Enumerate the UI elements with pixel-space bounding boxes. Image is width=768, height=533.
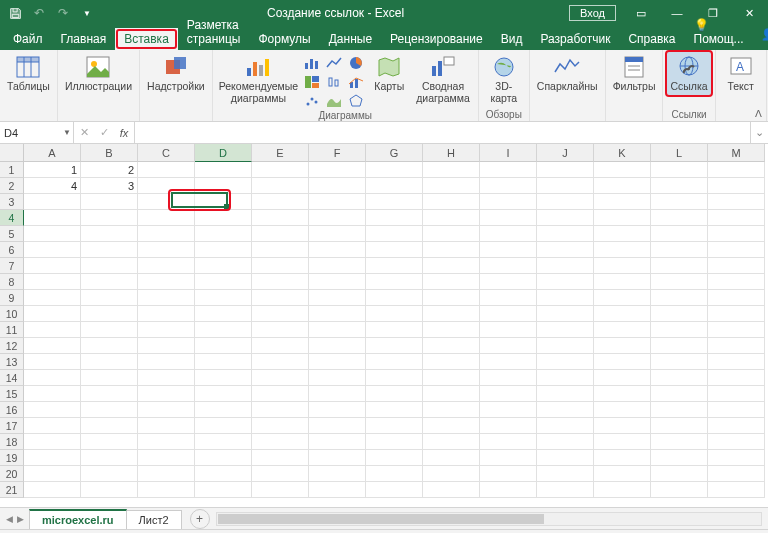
textbox-icon: A bbox=[727, 54, 755, 80]
row-header-20[interactable]: 20 bbox=[0, 466, 24, 482]
tab-view[interactable]: Вид bbox=[492, 28, 532, 50]
col-header-G[interactable]: G bbox=[366, 144, 423, 162]
tab-help[interactable]: Справка bbox=[619, 28, 684, 50]
share-button[interactable]: 👤 Общий доступ bbox=[753, 18, 768, 50]
pivot-chart-label: Сводная диаграмма bbox=[415, 81, 471, 104]
col-header-L[interactable]: L bbox=[651, 144, 708, 162]
pivot-chart-button[interactable]: Сводная диаграмма bbox=[412, 52, 474, 106]
surface-chart-icon[interactable] bbox=[324, 92, 344, 110]
pie-chart-icon[interactable] bbox=[346, 54, 366, 72]
worksheet-grid[interactable]: ABCDEFGHIJKLM 12345678910111213141516171… bbox=[0, 144, 768, 507]
save-icon[interactable] bbox=[4, 2, 26, 24]
col-header-D[interactable]: D bbox=[195, 144, 252, 162]
col-header-E[interactable]: E bbox=[252, 144, 309, 162]
illustrations-button[interactable]: Иллюстрации bbox=[62, 52, 135, 95]
collapse-ribbon-icon[interactable]: ᐱ bbox=[755, 108, 762, 119]
row-header-13[interactable]: 13 bbox=[0, 354, 24, 370]
horizontal-scrollbar[interactable] bbox=[216, 512, 762, 526]
redo-icon[interactable]: ↷ bbox=[52, 2, 74, 24]
undo-icon[interactable]: ↶ bbox=[28, 2, 50, 24]
radar-chart-icon[interactable] bbox=[346, 92, 366, 110]
share-icon: 👤 bbox=[761, 28, 768, 41]
text-button[interactable]: A Текст bbox=[720, 52, 762, 95]
line-chart-icon[interactable] bbox=[324, 54, 344, 72]
cancel-formula-icon[interactable]: ✕ bbox=[74, 126, 94, 139]
tab-data[interactable]: Данные bbox=[320, 28, 381, 50]
sheet-nav[interactable]: ◀▶ bbox=[0, 514, 30, 524]
formula-input[interactable] bbox=[135, 122, 750, 143]
col-header-K[interactable]: K bbox=[594, 144, 651, 162]
row-header-17[interactable]: 17 bbox=[0, 418, 24, 434]
filters-label: Фильтры bbox=[613, 81, 656, 93]
col-header-A[interactable]: A bbox=[24, 144, 81, 162]
col-header-H[interactable]: H bbox=[423, 144, 480, 162]
row-header-15[interactable]: 15 bbox=[0, 386, 24, 402]
recommended-charts-button[interactable]: Рекомендуемые диаграммы bbox=[217, 52, 301, 106]
row-header-10[interactable]: 10 bbox=[0, 306, 24, 322]
tab-file[interactable]: Файл bbox=[4, 28, 52, 50]
cells-area[interactable]: 1243 bbox=[24, 162, 768, 507]
col-header-M[interactable]: M bbox=[708, 144, 765, 162]
login-button[interactable]: Вход bbox=[569, 5, 616, 21]
ribbon-options-icon[interactable]: ▭ bbox=[624, 0, 658, 26]
cell-A2[interactable]: 4 bbox=[24, 178, 81, 194]
sheet-tab-2[interactable]: Лист2 bbox=[126, 510, 182, 529]
row-header-7[interactable]: 7 bbox=[0, 258, 24, 274]
row-header-6[interactable]: 6 bbox=[0, 242, 24, 258]
add-sheet-button[interactable]: + bbox=[190, 509, 210, 529]
row-header-16[interactable]: 16 bbox=[0, 402, 24, 418]
tab-layout[interactable]: Разметка страницы bbox=[178, 14, 250, 50]
row-header-12[interactable]: 12 bbox=[0, 338, 24, 354]
row-header-3[interactable]: 3 bbox=[0, 194, 24, 210]
tab-formulas[interactable]: Формулы bbox=[249, 28, 319, 50]
cell-A1[interactable]: 1 bbox=[24, 162, 81, 178]
tab-tellme[interactable]: 💡 Помощ... bbox=[685, 14, 753, 50]
scatter-chart-icon[interactable] bbox=[302, 92, 322, 110]
sheet-tab-1[interactable]: microexcel.ru bbox=[29, 509, 127, 529]
row-header-1[interactable]: 1 bbox=[0, 162, 24, 178]
row-header-19[interactable]: 19 bbox=[0, 450, 24, 466]
hierarchy-chart-icon[interactable] bbox=[302, 73, 322, 91]
cell-B1[interactable]: 2 bbox=[81, 162, 138, 178]
row-header-9[interactable]: 9 bbox=[0, 290, 24, 306]
tables-button[interactable]: Таблицы bbox=[4, 52, 53, 95]
col-header-C[interactable]: C bbox=[138, 144, 195, 162]
row-header-21[interactable]: 21 bbox=[0, 482, 24, 498]
col-header-B[interactable]: B bbox=[81, 144, 138, 162]
group-tours-label: Обзоры bbox=[483, 109, 525, 121]
combo-chart-icon[interactable] bbox=[346, 73, 366, 91]
stat-chart-icon[interactable] bbox=[324, 73, 344, 91]
row-header-18[interactable]: 18 bbox=[0, 434, 24, 450]
tab-review[interactable]: Рецензирование bbox=[381, 28, 492, 50]
select-all-corner[interactable] bbox=[0, 144, 24, 162]
fx-icon[interactable]: fx bbox=[114, 127, 134, 139]
enter-formula-icon[interactable]: ✓ bbox=[94, 126, 114, 139]
namebox-dropdown-icon[interactable]: ▼ bbox=[63, 128, 71, 137]
row-header-5[interactable]: 5 bbox=[0, 226, 24, 242]
col-header-F[interactable]: F bbox=[309, 144, 366, 162]
link-button[interactable]: Ссылка bbox=[667, 52, 710, 95]
cell-B2[interactable]: 3 bbox=[81, 178, 138, 194]
tab-home[interactable]: Главная bbox=[52, 28, 116, 50]
column-chart-icon[interactable] bbox=[302, 54, 322, 72]
expand-formula-bar-icon[interactable]: ⌄ bbox=[750, 122, 768, 143]
row-header-14[interactable]: 14 bbox=[0, 370, 24, 386]
row-header-4[interactable]: 4 bbox=[0, 210, 24, 226]
qat-dropdown-icon[interactable]: ▼ bbox=[76, 2, 98, 24]
maps-button[interactable]: Карты bbox=[368, 52, 410, 95]
tab-developer[interactable]: Разработчик bbox=[531, 28, 619, 50]
svg-rect-17 bbox=[312, 76, 319, 82]
svg-point-20 bbox=[311, 98, 314, 101]
svg-rect-28 bbox=[432, 66, 436, 76]
row-header-2[interactable]: 2 bbox=[0, 178, 24, 194]
addins-button[interactable]: Надстройки bbox=[144, 52, 208, 95]
row-header-11[interactable]: 11 bbox=[0, 322, 24, 338]
filters-button[interactable]: Фильтры bbox=[610, 52, 659, 95]
3dmap-button[interactable]: 3D-карта bbox=[483, 52, 525, 106]
col-header-J[interactable]: J bbox=[537, 144, 594, 162]
tab-insert[interactable]: Вставка bbox=[115, 28, 178, 50]
sparklines-button[interactable]: Спарклайны bbox=[534, 52, 601, 95]
col-header-I[interactable]: I bbox=[480, 144, 537, 162]
row-header-8[interactable]: 8 bbox=[0, 274, 24, 290]
name-box[interactable]: D4 ▼ bbox=[0, 122, 74, 143]
